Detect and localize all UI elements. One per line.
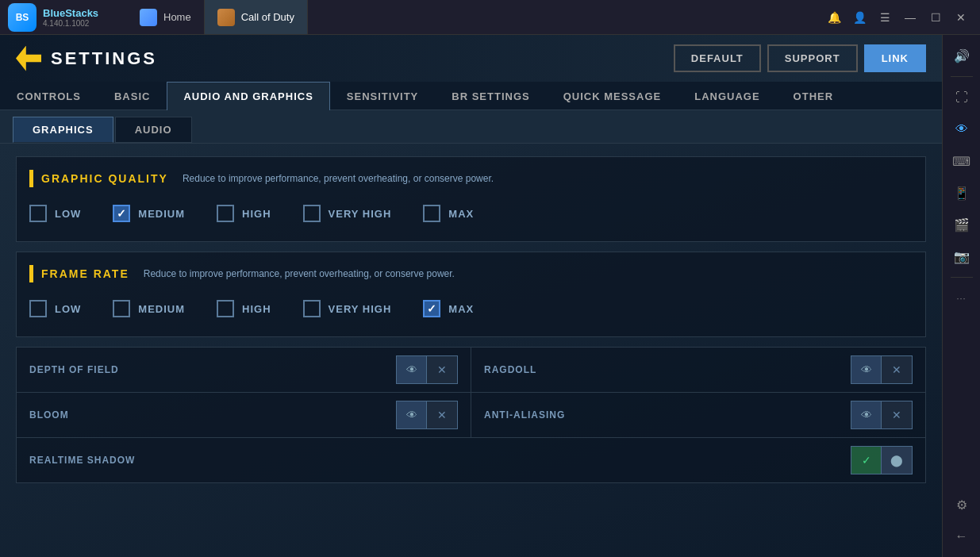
fr-label-max: MAX [448,303,474,315]
fr-option-max[interactable]: MAX [423,300,474,317]
gq-option-low[interactable]: LOW [29,205,81,222]
ragdoll-x-btn[interactable]: ✕ [882,356,912,383]
section-bar-accent [29,170,33,187]
ragdoll-eye-btn[interactable]: 👁 [851,356,882,383]
main-area: SETTINGS DEFAULT SUPPORT LINK CONTROLS B… [0,35,980,557]
app-name: BlueStacks [43,7,98,19]
keyboard-icon[interactable]: ⌨ [947,147,976,175]
anti-aliasing-label: ANTI-ALIASING [484,409,565,421]
app-logo-area: BS BlueStacks 4.140.1.1002 [0,3,127,32]
dof-x-btn[interactable]: ✕ [427,356,457,383]
tab-audio-graphics[interactable]: AUDIO AND GRAPHICS [167,82,329,110]
gq-option-max[interactable]: MAX [423,205,474,222]
bluestacks-logo: BS [8,3,37,32]
notification-btn[interactable]: 🔔 [823,6,845,29]
bloom-eye-btn[interactable]: 👁 [397,401,427,428]
gq-option-very-high[interactable]: VERY HIGH [303,205,392,222]
gq-label-high: HIGH [242,208,271,220]
tab-other[interactable]: OTHER [777,82,851,110]
graphic-quality-title: GRAPHIC QUALITY [41,172,168,185]
account-btn[interactable]: 👤 [848,6,870,29]
close-btn[interactable]: ✕ [950,6,972,29]
sub-tab-graphics[interactable]: GRAPHICS [13,117,113,143]
volume-icon[interactable]: 🔊 [947,41,976,70]
tab-basic[interactable]: BASIC [98,82,167,110]
fr-checkbox-very-high[interactable] [303,300,321,317]
support-button[interactable]: SUPPORT [767,44,858,72]
bloom-cell: BLOOM 👁 ✕ [17,393,471,437]
content-area: GRAPHIC QUALITY Reduce to improve perfor… [0,144,942,557]
more-icon[interactable]: ··· [947,284,976,313]
fr-option-high[interactable]: HIGH [217,300,271,317]
tab-sensitivity[interactable]: SENSITIVITY [330,82,435,110]
shadow-circle-btn[interactable]: ⬤ [882,447,912,474]
settings-title-text: SETTINGS [51,48,157,69]
gq-checkbox-max[interactable] [423,205,440,222]
bloom-controls: 👁 ✕ [396,401,458,429]
graphic-quality-desc: Reduce to improve performance, prevent o… [183,173,494,184]
realtime-shadow-cell: REALTIME SHADOW ✓ ⬤ [17,438,925,482]
gq-option-high[interactable]: HIGH [217,205,271,222]
mobile-icon[interactable]: 📱 [947,179,976,207]
link-button[interactable]: LINK [864,44,926,72]
maximize-btn[interactable]: ☐ [924,6,947,29]
ragdoll-controls: 👁 ✕ [851,355,913,384]
frame-rate-section: FRAME RATE Reduce to improve performance… [16,252,926,337]
settings-panel: SETTINGS DEFAULT SUPPORT LINK CONTROLS B… [0,35,942,557]
sidebar-divider-1 [951,76,973,77]
fr-label-medium: MEDIUM [138,303,185,315]
aa-x-btn[interactable]: ✕ [882,401,912,428]
sub-tab-nav: GRAPHICS AUDIO [0,110,942,144]
gq-checkbox-medium[interactable] [113,205,130,222]
bloom-label: BLOOM [29,409,69,421]
gq-option-medium[interactable]: MEDIUM [113,205,185,222]
back-arrow-icon[interactable] [16,46,41,71]
dof-eye-btn[interactable]: 👁 [397,356,427,383]
back-icon[interactable]: ← [947,522,976,551]
tab-home[interactable]: Home [127,0,205,34]
tab-controls[interactable]: CONTROLS [0,82,98,110]
fr-label-high: HIGH [242,303,271,315]
minimize-btn[interactable]: — [899,6,921,29]
settings-tab-nav: CONTROLS BASIC AUDIO AND GRAPHICS SENSIT… [0,82,942,110]
tab-language[interactable]: LANGUAGE [678,82,776,110]
default-button[interactable]: DEFAULT [674,44,761,72]
fr-option-low[interactable]: LOW [29,300,81,317]
graphic-quality-header: GRAPHIC QUALITY Reduce to improve perfor… [29,170,913,187]
gear-icon[interactable]: ⚙ [947,490,976,519]
fr-checkbox-max[interactable] [423,300,440,317]
bloom-antialiasing-row: BLOOM 👁 ✕ ANTI-ALIASING 👁 ✕ [17,393,925,438]
tab-cod[interactable]: Call of Duty [205,0,308,34]
tab-quick-message[interactable]: QUICK MESSAGE [547,82,678,110]
fullscreen-icon[interactable]: ⛶ [947,83,976,112]
fr-checkbox-high[interactable] [217,300,234,317]
cod-tab-label: Call of Duty [241,11,294,23]
menu-btn[interactable]: ☰ [874,6,896,29]
app-version: 4.140.1.1002 [43,19,98,28]
gq-checkbox-low[interactable] [29,205,47,222]
cod-tab-icon [217,9,235,26]
bloom-x-btn[interactable]: ✕ [427,401,457,428]
shadow-check-btn[interactable]: ✓ [851,447,882,474]
frame-rate-options: LOW MEDIUM HIGH VERY HIGH [29,294,913,324]
view-icon[interactable]: 👁 [947,115,976,144]
camera-icon[interactable]: 📷 [947,242,976,271]
gq-checkbox-high[interactable] [217,205,234,222]
fr-option-very-high[interactable]: VERY HIGH [303,300,392,317]
gq-label-low: LOW [55,208,81,220]
window-controls: 🔔 👤 ☰ — ☐ ✕ [815,6,980,29]
fr-checkbox-medium[interactable] [113,300,130,317]
video-icon[interactable]: 🎬 [947,210,976,239]
aa-eye-btn[interactable]: 👁 [851,401,882,428]
fr-checkbox-low[interactable] [29,300,47,317]
fr-option-medium[interactable]: MEDIUM [113,300,185,317]
gq-checkbox-very-high[interactable] [303,205,321,222]
depth-of-field-label: DEPTH OF FIELD [29,364,119,375]
home-tab-icon [140,9,157,26]
tab-br-settings[interactable]: BR SETTINGS [435,82,546,110]
sub-tab-audio[interactable]: AUDIO [115,117,192,143]
frame-rate-bar-accent [29,265,33,282]
settings-title-group: SETTINGS [16,46,157,71]
realtime-shadow-row: REALTIME SHADOW ✓ ⬤ [17,438,925,482]
gq-label-medium: MEDIUM [138,208,185,220]
